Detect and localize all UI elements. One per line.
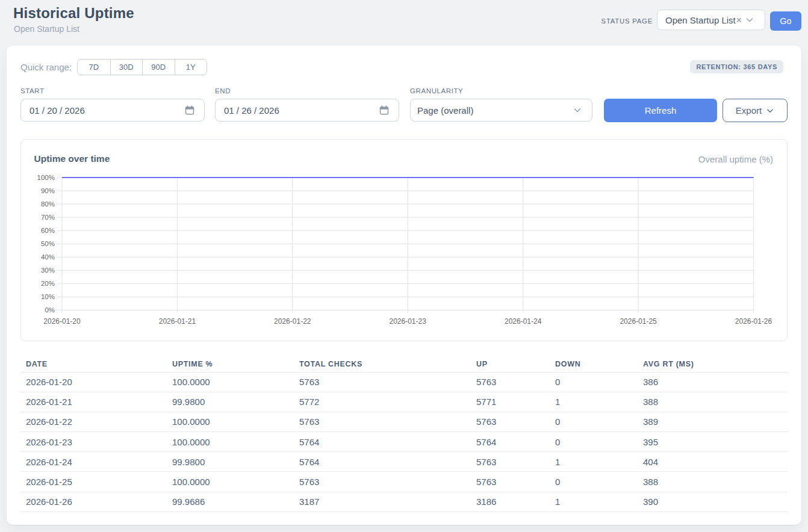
svg-text:2026-01-25: 2026-01-25 <box>620 317 657 326</box>
svg-text:2026-01-23: 2026-01-23 <box>390 317 427 326</box>
svg-text:80%: 80% <box>41 200 55 208</box>
svg-text:70%: 70% <box>41 214 55 221</box>
svg-text:40%: 40% <box>41 253 55 261</box>
svg-text:30%: 30% <box>41 267 55 274</box>
svg-text:2026-01-22: 2026-01-22 <box>274 317 311 326</box>
svg-text:2026-01-24: 2026-01-24 <box>505 317 542 326</box>
svg-text:2026-01-20: 2026-01-20 <box>43 317 81 326</box>
svg-text:2026-01-26: 2026-01-26 <box>735 317 772 326</box>
svg-text:0%: 0% <box>45 306 55 314</box>
svg-text:90%: 90% <box>41 187 55 194</box>
svg-text:10%: 10% <box>41 293 55 300</box>
svg-text:2026-01-21: 2026-01-21 <box>159 317 196 326</box>
svg-text:60%: 60% <box>41 227 55 234</box>
svg-text:20%: 20% <box>41 280 55 287</box>
svg-text:50%: 50% <box>41 240 55 247</box>
svg-text:100%: 100% <box>37 174 55 181</box>
